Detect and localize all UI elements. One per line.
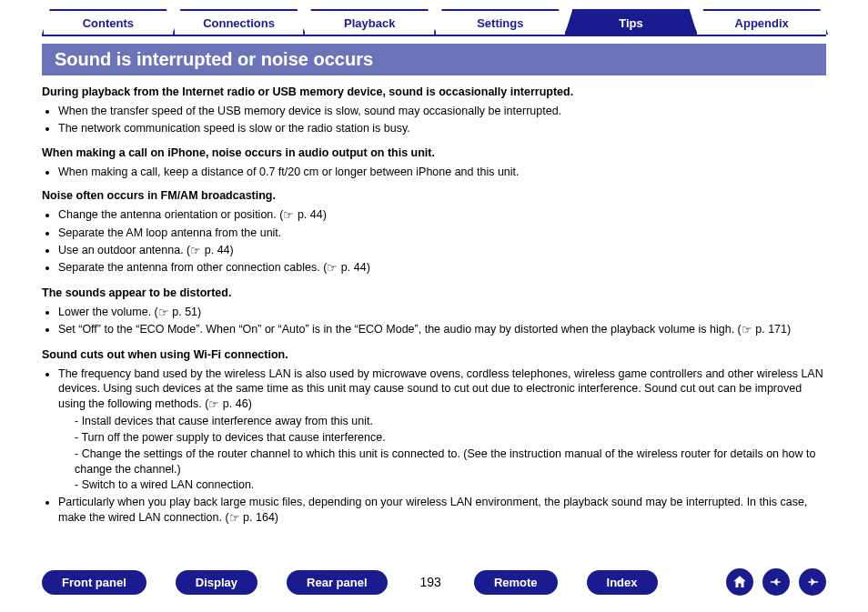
page-number: 193 <box>417 575 445 589</box>
next-page-icon[interactable] <box>799 568 826 596</box>
section-heading: During playback from the Internet radio … <box>42 85 826 100</box>
reference-icon: ☞ <box>283 207 294 224</box>
sub-item: - Install devices that cause interferenc… <box>75 414 826 429</box>
list-item: Separate the AM loop antenna from the un… <box>58 226 826 241</box>
item-text: Set “Off” to the “ECO Mode”. When “On” o… <box>58 323 742 336</box>
footer-nav: Front panel Display Rear panel 193 Remot… <box>0 568 868 596</box>
home-icon[interactable] <box>726 568 753 596</box>
reference-icon: ☞ <box>190 243 201 259</box>
sub-item: - Turn off the power supply to devices t… <box>75 430 826 446</box>
sub-item: - Change the settings of the router chan… <box>75 446 826 477</box>
nav-icon-group <box>726 568 826 596</box>
tab-tips[interactable]: Tips <box>565 9 698 35</box>
bullet-list: The frequency band used by the wireless … <box>58 366 826 527</box>
item-text: Change the antenna orientation or positi… <box>58 208 283 221</box>
list-item: When making a call, keep a distance of 0… <box>58 165 826 180</box>
section-heading: Sound cuts out when using Wi-Fi connecti… <box>42 347 826 363</box>
tab-contents[interactable]: Contents <box>42 9 175 35</box>
page-ref[interactable]: p. 44 <box>205 244 230 256</box>
bullet-list: When the transfer speed of the USB memor… <box>58 104 826 136</box>
tab-connections[interactable]: Connections <box>173 9 306 35</box>
list-item: The network communication speed is slow … <box>58 121 826 136</box>
sub-list: - Install devices that cause interferenc… <box>75 414 826 493</box>
list-item: The frequency band used by the wireless … <box>58 366 826 494</box>
tab-playback[interactable]: Playback <box>303 9 436 35</box>
item-text: Separate the antenna from other connecti… <box>58 261 327 274</box>
remote-button[interactable]: Remote <box>474 570 558 595</box>
sub-item: - Switch to a wired LAN connection. <box>75 477 826 493</box>
rear-panel-button[interactable]: Rear panel <box>287 570 387 595</box>
page-ref[interactable]: p. 46 <box>223 397 248 410</box>
section-heading: The sounds appear to be distorted. <box>42 286 826 301</box>
reference-icon: ☞ <box>208 396 219 413</box>
item-text: Use an outdoor antenna. ( <box>58 244 190 256</box>
list-item: Particularly when you play back large mu… <box>58 495 826 526</box>
tab-underline <box>42 35 826 36</box>
reference-icon: ☞ <box>158 305 169 321</box>
content-area: During playback from the Internet radio … <box>42 85 826 527</box>
svg-rect-1 <box>809 581 819 583</box>
list-item: Separate the antenna from other connecti… <box>58 260 826 276</box>
page-ref[interactable]: p. 171 <box>755 323 787 336</box>
reference-icon: ☞ <box>327 260 338 276</box>
tab-appendix[interactable]: Appendix <box>695 9 828 35</box>
list-item: Set “Off” to the “ECO Mode”. When “On” o… <box>58 322 826 338</box>
item-text: Particularly when you play back large mu… <box>58 496 807 524</box>
svg-rect-0 <box>771 581 781 583</box>
page-ref[interactable]: p. 51 <box>172 306 197 318</box>
index-button[interactable]: Index <box>587 570 658 595</box>
reference-icon: ☞ <box>742 322 752 338</box>
bullet-list: When making a call, keep a distance of 0… <box>58 165 826 180</box>
section-heading: When making a call on iPhone, noise occu… <box>42 145 826 161</box>
list-item: Change the antenna orientation or positi… <box>58 207 826 224</box>
section-heading: Noise often occurs in FM/AM broadcasting… <box>42 188 826 204</box>
prev-page-icon[interactable] <box>762 568 790 596</box>
item-text: Lower the volume. ( <box>58 306 158 318</box>
bullet-list: Lower the volume. (☞ p. 51) Set “Off” to… <box>58 305 826 338</box>
list-item: When the transfer speed of the USB memor… <box>58 104 826 119</box>
front-panel-button[interactable]: Front panel <box>42 570 146 595</box>
reference-icon: ☞ <box>229 510 240 527</box>
list-item: Lower the volume. (☞ p. 51) <box>58 305 826 321</box>
item-text: The frequency band used by the wireless … <box>58 367 823 411</box>
list-item: Use an outdoor antenna. (☞ p. 44) <box>58 243 826 259</box>
page-ref[interactable]: p. 44 <box>341 261 367 274</box>
tab-settings[interactable]: Settings <box>434 9 567 35</box>
page-ref[interactable]: p. 44 <box>298 208 323 221</box>
page-ref[interactable]: p. 164 <box>243 511 275 524</box>
page-title: Sound is interrupted or noise occurs <box>42 44 826 75</box>
bullet-list: Change the antenna orientation or positi… <box>58 207 826 276</box>
top-tabs: Contents Connections Playback Settings T… <box>0 0 868 35</box>
display-button[interactable]: Display <box>176 570 257 595</box>
